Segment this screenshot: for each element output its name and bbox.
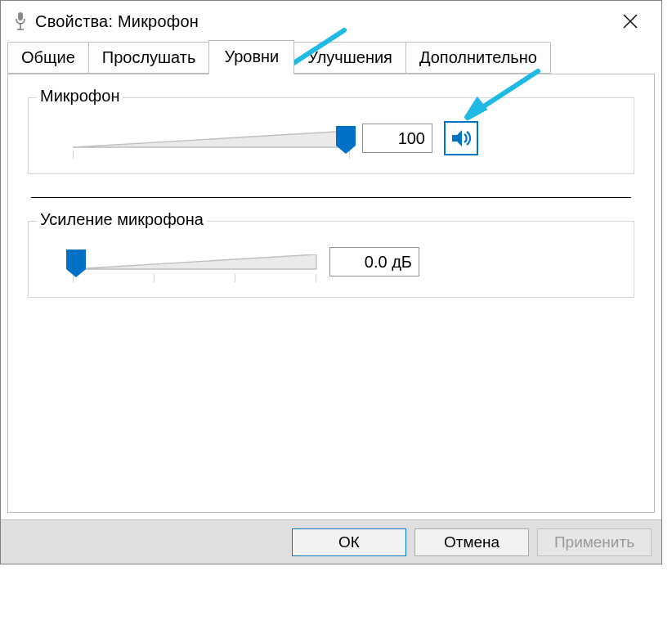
tab-advanced[interactable]: Дополнительно (405, 42, 551, 74)
slider-thumb-boost[interactable] (66, 250, 86, 277)
svg-marker-12 (73, 254, 316, 269)
svg-rect-0 (18, 12, 23, 20)
button-bar: ОК Отмена Применить (1, 519, 661, 564)
mute-button-mic[interactable] (444, 121, 478, 155)
slider-boost[interactable] (73, 245, 318, 279)
slider-mic[interactable] (73, 121, 351, 155)
slider-row-boost (47, 245, 616, 279)
tab-strip: Общие Прослушать Уровни Улучшения Дополн… (1, 42, 661, 74)
svg-marker-8 (336, 126, 356, 154)
apply-button: Применить (537, 528, 652, 556)
dialog-window: Свойства: Микрофон Общие Прослушать Уров… (0, 0, 662, 564)
tab-listen[interactable]: Прослушать (88, 42, 210, 74)
svg-marker-13 (66, 250, 86, 277)
tab-enhancements[interactable]: Улучшения (293, 42, 406, 74)
tab-levels[interactable]: Уровни (208, 40, 294, 74)
window-title: Свойства: Микрофон (35, 12, 607, 31)
divider (31, 197, 631, 198)
svg-marker-9 (452, 130, 462, 146)
microphone-icon (14, 11, 27, 31)
title-bar: Свойства: Микрофон (1, 1, 661, 42)
slider-row-mic (47, 121, 616, 155)
svg-marker-7 (73, 131, 349, 147)
tab-panel-levels: Микрофон (7, 74, 655, 513)
value-input-mic[interactable] (362, 124, 432, 153)
group-microphone-label: Микрофон (37, 87, 123, 106)
group-microphone: Микрофон (28, 97, 634, 174)
ok-button[interactable]: ОК (292, 528, 406, 556)
slider-thumb-mic[interactable] (336, 126, 356, 154)
group-boost: Усиление микрофона (28, 221, 634, 298)
group-boost-label: Усиление микрофона (37, 210, 207, 229)
value-input-boost[interactable] (329, 247, 419, 277)
cancel-button[interactable]: Отмена (414, 528, 529, 556)
close-button[interactable] (607, 5, 653, 38)
tab-general[interactable]: Общие (7, 42, 89, 74)
